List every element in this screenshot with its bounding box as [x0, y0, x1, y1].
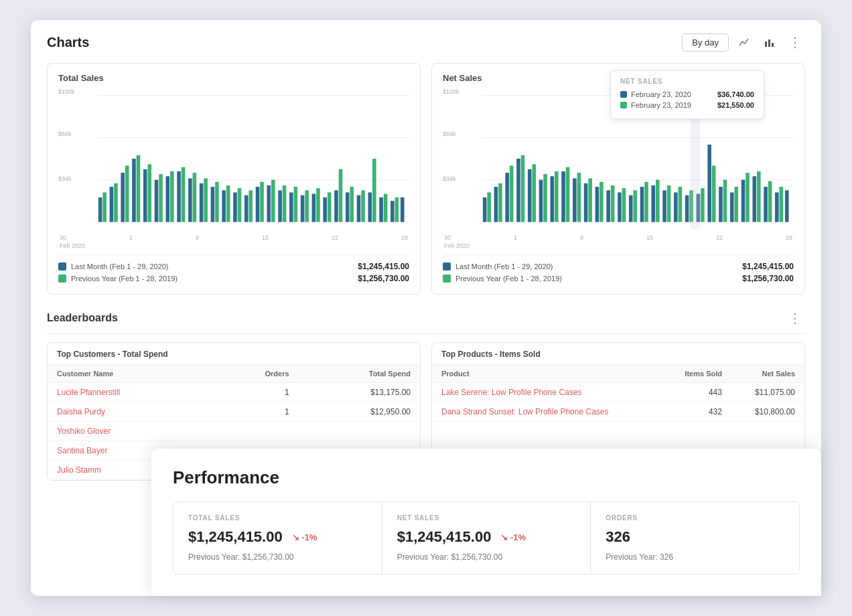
bar-chart-icon[interactable] [760, 32, 780, 52]
net-sales-chart-card: Net Sales NET SALES February 23, 2020 $3… [431, 63, 805, 295]
svg-rect-17 [155, 180, 159, 222]
svg-rect-100 [674, 192, 678, 222]
x-tick: 8 [196, 234, 199, 241]
total-sales-chart-card: Total Sales $100k $66k $34k [47, 63, 421, 295]
svg-rect-11 [121, 173, 125, 222]
legend-label-net-2: Previous Year (Feb 1 - 28, 2019) [455, 275, 562, 283]
svg-rect-52 [350, 187, 354, 222]
y-label-66k: $66k [58, 131, 72, 137]
svg-rect-59 [390, 201, 395, 222]
svg-rect-108 [719, 187, 723, 222]
x-tick: 29 [401, 234, 408, 241]
top-customers-title: Top Customers - Total Spend [48, 343, 420, 365]
x-tick: 1 [129, 234, 133, 241]
svg-rect-31 [233, 192, 237, 222]
svg-rect-83 [577, 173, 581, 222]
perf-prev-0: Previous Year: $1,256,730.00 [188, 552, 367, 562]
svg-rect-28 [215, 182, 219, 222]
perf-main-row-2: 326 [606, 528, 784, 546]
top-products-table: Product Items Sold Net Sales Lake Serene… [432, 365, 804, 422]
svg-rect-32 [238, 188, 242, 222]
sales-2: $10,800.00 [731, 402, 804, 422]
tooltip-label-2: February 23, 2019 [631, 101, 691, 109]
total-sales-title: Total Sales [58, 73, 409, 83]
svg-rect-115 [757, 171, 761, 222]
total-sales-chart-area: $100k $66k $34k [58, 88, 409, 229]
perf-card-net-sales: NET SALES $1,245,415.00 ↘ -1% Previous Y… [382, 502, 591, 574]
tooltip-label-1: February 23, 2020 [631, 90, 691, 98]
performance-cards-row: TOTAL SALES $1,245,415.00 ↘ -1% Previous… [173, 502, 800, 574]
product-link-1[interactable]: Lake Serene: Low Profile Phone Cases [432, 383, 662, 402]
svg-rect-51 [346, 192, 350, 222]
legend-label-1: Last Month (Feb 1 - 29, 2020) [71, 262, 169, 271]
table-row: Lucile Pfannerstill 1 $13,175.00 [48, 383, 420, 402]
svg-rect-92 [629, 196, 633, 222]
main-card: Charts By day ⋮ Total Sales $100k $66k $… [31, 20, 821, 596]
tooltip-title: NET SALES [620, 78, 754, 85]
svg-rect-45 [312, 194, 316, 222]
legend-row-2: Previous Year (Feb 1 - 28, 2019) $1,256,… [58, 274, 409, 283]
orders-2: 1 [212, 402, 299, 422]
svg-rect-35 [256, 187, 260, 222]
perf-value-0: $1,245,415.00 [188, 528, 283, 546]
svg-rect-84 [584, 183, 588, 222]
net-sales-x-month: Feb 2020 [443, 242, 794, 249]
svg-rect-119 [780, 187, 784, 222]
customer-link-3[interactable]: Yoshiko Glover [48, 422, 212, 441]
x-tick: 15 [262, 234, 269, 241]
tooltip-row-2: February 23, 2019 $21,550.00 [620, 101, 754, 109]
performance-overlay: Performance TOTAL SALES $1,245,415.00 ↘ … [151, 449, 821, 596]
svg-rect-73 [521, 155, 525, 222]
product-link-2[interactable]: Dana Strand Sunset: Low Profile Phone Ca… [432, 402, 662, 422]
svg-rect-12 [125, 166, 129, 222]
svg-rect-101 [679, 187, 683, 222]
net-sales-x-axis: 30 1 8 15 22 29 [443, 234, 794, 241]
svg-rect-106 [707, 145, 711, 222]
legend-dot-blue-net [443, 262, 451, 271]
leaderboards-header: Leaderboards ⋮ [47, 308, 805, 334]
perf-change-0: ↘ -1% [292, 532, 317, 542]
svg-rect-76 [539, 180, 543, 222]
total-sales-svg [58, 88, 409, 229]
orders-1: 1 [212, 383, 299, 402]
leaderboards-more-icon[interactable]: ⋮ [785, 308, 805, 328]
x-tick: 1 [514, 234, 517, 241]
table-header-row: Product Items Sold Net Sales [432, 365, 804, 383]
perf-value-1: $1,245,415.00 [397, 528, 492, 546]
header-controls: By day ⋮ [682, 32, 805, 52]
svg-rect-34 [248, 190, 253, 222]
svg-rect-74 [528, 169, 532, 222]
svg-rect-93 [633, 190, 637, 222]
svg-rect-82 [573, 178, 577, 222]
svg-rect-61 [401, 198, 405, 222]
table-row: Daisha Purdy 1 $12,950.00 [48, 402, 420, 422]
svg-rect-24 [193, 173, 197, 222]
header-row: Charts By day ⋮ [47, 32, 805, 52]
svg-rect-18 [159, 174, 163, 222]
more-options-icon[interactable]: ⋮ [785, 32, 805, 52]
svg-rect-10 [114, 183, 118, 222]
svg-rect-67 [487, 192, 491, 222]
customer-link-2[interactable]: Daisha Purdy [48, 402, 212, 422]
customer-link-1[interactable]: Lucile Pfannerstill [48, 383, 212, 402]
svg-rect-21 [177, 171, 181, 222]
perf-change-1: ↘ -1% [500, 532, 526, 542]
svg-rect-110 [730, 192, 734, 222]
svg-rect-43 [301, 196, 305, 222]
svg-rect-37 [267, 185, 271, 222]
svg-rect-23 [188, 178, 192, 222]
svg-rect-13 [132, 159, 136, 222]
sales-1: $11,075.00 [731, 383, 804, 402]
by-day-button[interactable]: By day [682, 33, 729, 52]
legend-row-1: Last Month (Feb 1 - 29, 2020) $1,245,415… [58, 262, 409, 271]
line-chart-icon[interactable] [734, 32, 754, 52]
table-row: Yoshiko Glover [48, 422, 420, 441]
net-sales-tooltip: NET SALES February 23, 2020 $36,740.00 F… [610, 70, 764, 119]
sold-1: 443 [662, 383, 731, 402]
legend-value-2: $1,256,730.00 [358, 274, 409, 283]
svg-rect-116 [764, 187, 768, 222]
legend-row-1: Last Month (Feb 1 - 29, 2020) $1,245,415… [443, 262, 794, 271]
perf-prev-1: Previous Year: $1,256,730.00 [397, 552, 576, 562]
perf-label-1: NET SALES [397, 514, 576, 522]
orders-3 [212, 422, 299, 441]
